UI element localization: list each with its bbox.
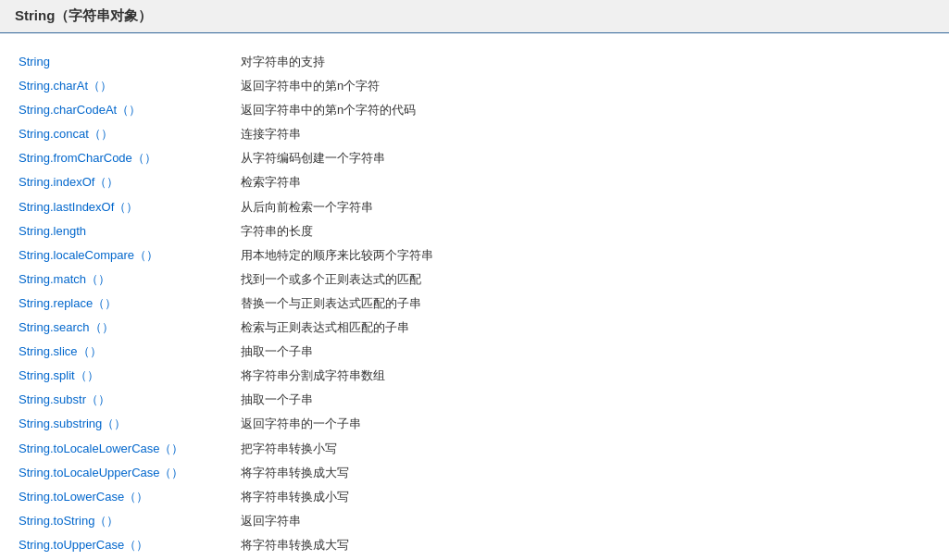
method-cell: String.split（） [15, 364, 237, 388]
method-link[interactable]: String.substring（） [19, 417, 126, 430]
method-desc: 对字符串的支持 [237, 50, 934, 74]
method-cell: String.toString（） [15, 509, 237, 533]
method-cell: String.localeCompare（） [15, 243, 237, 268]
method-desc: 将字符串转换成小写 [237, 485, 934, 509]
method-table: String对字符串的支持String.charAt（）返回字符串中的第n个字符… [15, 50, 934, 560]
table-row: String.toString（）返回字符串 [15, 509, 934, 533]
method-cell: String.toUpperCase（） [15, 533, 237, 557]
method-link[interactable]: String.toLowerCase（） [19, 490, 148, 504]
method-desc: 返回字符串 [237, 509, 934, 533]
method-cell: String.fromCharCode（） [15, 146, 237, 170]
method-cell: String.toLocaleLowerCase（） [15, 437, 237, 461]
table-row: String.toUpperCase（）将字符串转换成大写 [15, 533, 934, 557]
method-cell: String.indexOf（） [15, 170, 237, 194]
content-area: String对字符串的支持String.charAt（）返回字符串中的第n个字符… [0, 43, 949, 560]
method-cell: String.search（） [15, 316, 237, 340]
method-desc: 检索与正则表达式相匹配的子串 [237, 316, 934, 340]
header-section: String（字符串对象） [0, 0, 949, 33]
method-desc: 返回字符串的一个子串 [237, 412, 934, 436]
method-desc: 用本地特定的顺序来比较两个字符串 [237, 243, 934, 268]
method-link[interactable]: String.replace（） [19, 296, 117, 310]
method-cell: String.lastIndexOf（） [15, 195, 237, 219]
method-desc: 检索字符串 [237, 170, 934, 194]
method-link[interactable]: String.indexOf（） [19, 175, 119, 189]
table-row: String.match（）找到一个或多个正则表达式的匹配 [15, 268, 934, 292]
method-desc: 连接字符串 [237, 122, 934, 146]
method-desc: 将字符串转换成大写 [237, 461, 934, 485]
table-row: String.substr（）抽取一个子串 [15, 388, 934, 412]
table-row: String.toLocaleUpperCase（）将字符串转换成大写 [15, 461, 934, 485]
method-link[interactable]: String.charAt（） [19, 79, 112, 93]
method-desc: 找到一个或多个正则表达式的匹配 [237, 268, 934, 292]
table-row: String.toLowerCase（）将字符串转换成小写 [15, 485, 934, 509]
method-cell: String.match（） [15, 268, 237, 292]
method-desc: 替换一个与正则表达式匹配的子串 [237, 292, 934, 316]
table-row: String.charCodeAt（）返回字符串中的第n个字符的代码 [15, 98, 934, 122]
method-cell: String.length [15, 219, 237, 243]
table-row: String.replace（）替换一个与正则表达式匹配的子串 [15, 292, 934, 316]
method-link[interactable]: String.concat（） [19, 127, 113, 141]
method-cell: String.slice（） [15, 340, 237, 364]
method-desc: 抽取一个子串 [237, 340, 934, 364]
method-link[interactable]: String.toString（） [19, 514, 119, 528]
method-desc: 将字符串转换成大写 [237, 533, 934, 557]
method-cell: String.replace（） [15, 292, 237, 316]
method-link[interactable]: String.toLocaleUpperCase（） [19, 466, 183, 479]
method-link[interactable]: String.slice（） [19, 344, 102, 358]
method-link[interactable]: String.fromCharCode（） [19, 151, 156, 165]
method-link[interactable]: String.search（） [19, 320, 114, 334]
table-row: String.length字符串的长度 [15, 219, 934, 243]
method-link[interactable]: String.charCodeAt（） [19, 103, 141, 117]
table-row: String.localeCompare（）用本地特定的顺序来比较两个字符串 [15, 243, 934, 268]
table-row: String.fromCharCode（）从字符编码创建一个字符串 [15, 146, 934, 170]
table-row: String.concat（）连接字符串 [15, 122, 934, 146]
method-link[interactable]: String [19, 55, 50, 68]
table-row: String.lastIndexOf（）从后向前检索一个字符串 [15, 195, 934, 219]
table-row: String.toLocaleLowerCase（）把字符串转换小写 [15, 437, 934, 461]
table-row: String.split（）将字符串分割成字符串数组 [15, 364, 934, 388]
method-desc: 抽取一个子串 [237, 388, 934, 412]
method-desc: 从后向前检索一个字符串 [237, 195, 934, 219]
method-cell: String.toLowerCase（） [15, 485, 237, 509]
method-desc: 返回字符串中的第n个字符 [237, 74, 934, 98]
method-cell: String.charAt（） [15, 74, 237, 98]
method-cell: String.concat（） [15, 122, 237, 146]
method-cell: String.substring（） [15, 412, 237, 436]
table-row: String.indexOf（）检索字符串 [15, 170, 934, 194]
method-cell: String [15, 50, 237, 74]
method-link[interactable]: String.toUpperCase（） [19, 538, 148, 552]
method-link[interactable]: String.length [19, 224, 86, 238]
method-cell: String.toLocaleUpperCase（） [15, 461, 237, 485]
method-link[interactable]: String.localeCompare（） [19, 248, 158, 262]
method-desc: 字符串的长度 [237, 219, 934, 243]
table-row: String.substring（）返回字符串的一个子串 [15, 412, 934, 436]
method-desc: 把字符串转换小写 [237, 437, 934, 461]
method-link[interactable]: String.split（） [19, 368, 99, 382]
header-title: String（字符串对象） [15, 7, 152, 23]
method-desc: 返回字符串中的第n个字符的代码 [237, 98, 934, 122]
method-link[interactable]: String.toLocaleLowerCase（） [19, 442, 183, 455]
method-desc: 将字符串分割成字符串数组 [237, 364, 934, 388]
method-link[interactable]: String.substr（） [19, 392, 110, 406]
table-row: String.search（）检索与正则表达式相匹配的子串 [15, 316, 934, 340]
page-container: String（字符串对象） String对字符串的支持String.charAt… [0, 0, 949, 560]
table-row: String.slice（）抽取一个子串 [15, 340, 934, 364]
method-cell: String.substr（） [15, 388, 237, 412]
method-link[interactable]: String.match（） [19, 272, 110, 286]
table-row: String.charAt（）返回字符串中的第n个字符 [15, 74, 934, 98]
method-desc: 从字符编码创建一个字符串 [237, 146, 934, 170]
method-cell: String.charCodeAt（） [15, 98, 237, 122]
table-row: String对字符串的支持 [15, 50, 934, 74]
method-link[interactable]: String.lastIndexOf（） [19, 200, 138, 214]
